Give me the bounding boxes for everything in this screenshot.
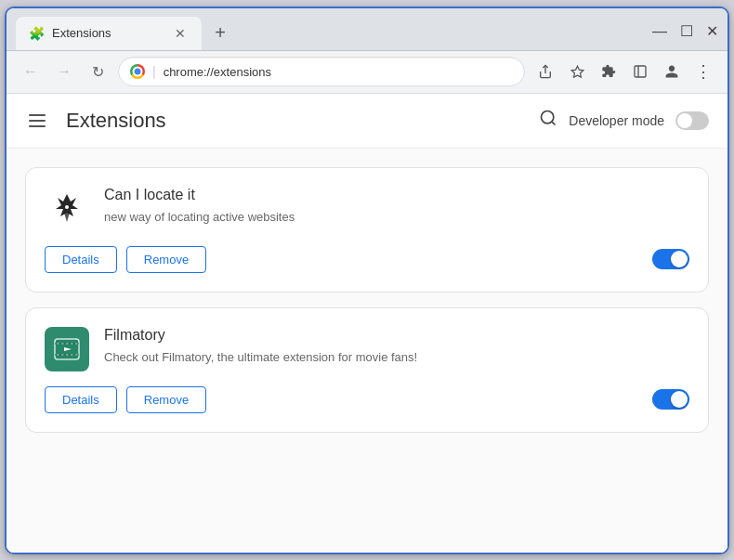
svg-line-5 — [552, 122, 556, 125]
omnibox-separator: | — [152, 64, 156, 79]
omnibox[interactable]: | chrome://extensions — [118, 57, 525, 86]
extension-name-2: Filmatory — [104, 327, 689, 344]
browser-window: 🧩 Extensions ✕ + — ☐ ✕ ← → ↻ | chrome://… — [5, 7, 729, 554]
extensions-button[interactable] — [596, 59, 622, 85]
extension-icon-2 — [45, 327, 89, 371]
remove-button-1[interactable]: Remove — [126, 246, 206, 273]
svg-marker-1 — [571, 66, 583, 77]
hamburger-menu-button[interactable] — [25, 107, 53, 135]
extension-desc-2: Check out Filmatory, the ultimate extens… — [104, 349, 689, 366]
svg-rect-14 — [71, 343, 73, 344]
svg-point-4 — [542, 111, 554, 124]
omnibox-url: chrome://extensions — [164, 65, 513, 79]
toggle-knob — [677, 113, 692, 128]
title-bar: 🧩 Extensions ✕ + — ☐ ✕ — [7, 8, 727, 51]
svg-rect-13 — [66, 343, 69, 344]
enable-toggle-1[interactable] — [652, 249, 689, 269]
remove-button-2[interactable]: Remove — [126, 386, 206, 413]
enable-toggle-2[interactable] — [652, 389, 689, 410]
svg-rect-20 — [75, 354, 78, 355]
profile-button[interactable] — [659, 59, 685, 85]
svg-point-6 — [65, 205, 69, 209]
maximize-button[interactable]: ☐ — [680, 24, 693, 39]
tab-puzzle-icon: 🧩 — [29, 26, 45, 41]
card-bottom-2: Details Remove — [45, 386, 689, 413]
svg-rect-19 — [71, 354, 73, 355]
extension-info-2: Filmatory Check out Filmatory, the ultim… — [104, 327, 689, 366]
page-content: Extensions Developer mode 🔍 ri4sh.com — [7, 94, 727, 553]
header-right: Developer mode — [539, 109, 709, 132]
sidebar-button[interactable] — [627, 59, 653, 85]
developer-mode-toggle[interactable] — [675, 111, 709, 130]
search-button[interactable] — [539, 109, 557, 132]
tab-title: Extensions — [52, 26, 164, 40]
svg-rect-12 — [61, 343, 64, 344]
window-controls: — ☐ ✕ — [652, 24, 718, 50]
close-button[interactable]: ✕ — [706, 24, 718, 39]
toolbar: ← → ↻ | chrome://extensions — [7, 51, 727, 94]
svg-rect-18 — [66, 354, 69, 355]
extension-card-1: Can I locate it new way of locating acti… — [25, 167, 709, 293]
menu-button[interactable]: ⋮ — [690, 59, 716, 85]
svg-rect-11 — [57, 343, 59, 344]
card-bottom-1: Details Remove — [45, 246, 689, 273]
forward-button[interactable]: → — [51, 59, 77, 85]
developer-mode-label: Developer mode — [569, 113, 664, 128]
extensions-body: 🔍 ri4sh.com Can I locate it — [7, 149, 727, 553]
extension-card-2: Filmatory Check out Filmatory, the ultim… — [25, 307, 709, 433]
tab-close-button[interactable]: ✕ — [172, 25, 189, 42]
toggle-knob-2 — [671, 391, 688, 408]
extensions-header: Extensions Developer mode — [7, 94, 727, 149]
extension-info-1: Can I locate it new way of locating acti… — [104, 187, 689, 226]
share-button[interactable] — [532, 59, 558, 85]
details-button-1[interactable]: Details — [45, 246, 117, 273]
back-button[interactable]: ← — [18, 59, 44, 85]
chrome-icon — [130, 64, 145, 79]
svg-rect-16 — [57, 354, 59, 355]
svg-rect-15 — [75, 343, 78, 344]
extension-name-1: Can I locate it — [104, 187, 689, 203]
extension-icon-1 — [45, 187, 89, 231]
bookmark-button[interactable] — [564, 59, 590, 85]
page-title: Extensions — [66, 109, 166, 133]
svg-rect-2 — [635, 66, 646, 77]
svg-rect-17 — [61, 354, 64, 355]
card-top-2: Filmatory Check out Filmatory, the ultim… — [45, 327, 689, 371]
toggle-knob-1 — [671, 251, 688, 267]
extension-desc-1: new way of locating active websites — [104, 209, 689, 226]
toolbar-actions: ⋮ — [532, 59, 716, 85]
card-top-1: Can I locate it new way of locating acti… — [45, 187, 689, 231]
refresh-button[interactable]: ↻ — [85, 59, 111, 85]
new-tab-button[interactable]: + — [207, 20, 233, 46]
minimize-button[interactable]: — — [652, 24, 667, 39]
active-tab[interactable]: 🧩 Extensions ✕ — [16, 17, 202, 50]
details-button-2[interactable]: Details — [45, 386, 117, 413]
